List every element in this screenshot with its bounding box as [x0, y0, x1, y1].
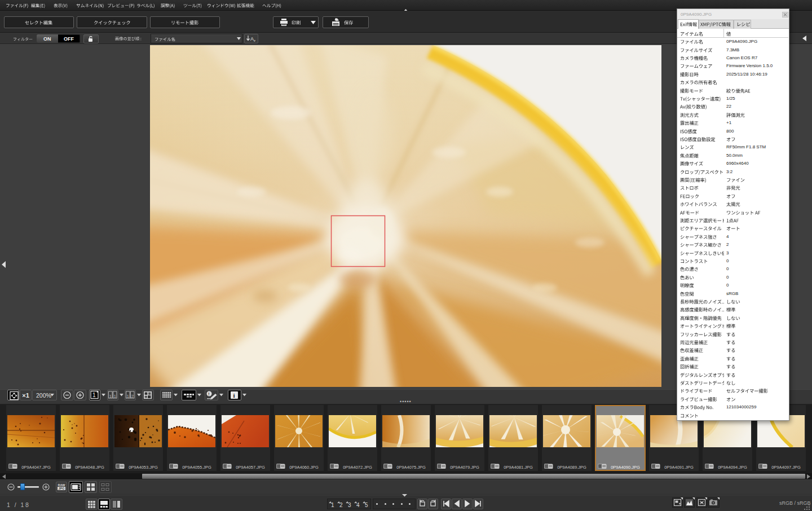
svg-text:2: 2: [339, 502, 343, 508]
svg-text:z: z: [254, 39, 255, 42]
svg-text:1: 1: [127, 394, 130, 399]
svg-text:4: 4: [356, 502, 360, 508]
svg-text:5: 5: [365, 502, 368, 508]
svg-text:1: 1: [92, 392, 96, 398]
svg-text:1: 1: [114, 394, 117, 399]
svg-text:1: 1: [331, 502, 334, 508]
svg-text:2: 2: [131, 394, 134, 399]
svg-text:3: 3: [348, 502, 351, 508]
svg-text:i: i: [233, 392, 235, 399]
svg-text:!: !: [208, 391, 210, 397]
svg-text:1: 1: [109, 394, 112, 399]
